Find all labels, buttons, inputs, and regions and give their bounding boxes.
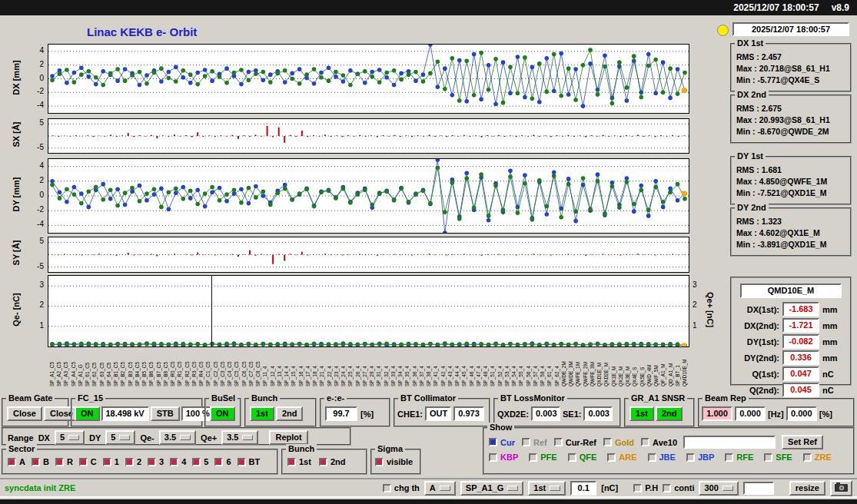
ph-checkbox[interactable]: P.H bbox=[633, 483, 658, 492]
a-checkbox[interactable]: A bbox=[8, 457, 25, 466]
checkbox-box[interactable] bbox=[238, 458, 246, 466]
checkbox-box[interactable] bbox=[375, 458, 384, 466]
jbe-checkbox[interactable]: JBE bbox=[648, 453, 676, 462]
checkbox-box[interactable] bbox=[319, 458, 327, 466]
checkbox-box[interactable] bbox=[32, 458, 40, 466]
5-checkbox[interactable]: 5 bbox=[192, 457, 208, 466]
checkbox-box[interactable] bbox=[603, 438, 612, 446]
fc15-on-button[interactable]: ON bbox=[75, 406, 100, 421]
checkbox-box[interactable] bbox=[803, 453, 812, 462]
bunch-2nd-button[interactable]: 2nd bbox=[276, 406, 304, 421]
bt-checkbox[interactable]: BT bbox=[238, 457, 261, 466]
2-checkbox[interactable]: 2 bbox=[125, 457, 141, 466]
ref-checkbox[interactable]: Ref bbox=[522, 438, 547, 447]
visible-checkbox[interactable]: visible bbox=[375, 457, 413, 466]
3-checkbox[interactable]: 3 bbox=[148, 457, 164, 466]
6-checkbox[interactable]: 6 bbox=[214, 457, 231, 466]
checkbox-box[interactable] bbox=[529, 453, 537, 462]
monitor-select[interactable]: SP_A1_G bbox=[460, 481, 524, 496]
2nd-checkbox[interactable]: 2nd bbox=[319, 457, 346, 466]
kbp-checkbox[interactable]: KBP bbox=[489, 453, 518, 462]
bpm-label: SP_52_4 bbox=[497, 366, 503, 386]
checkbox-box[interactable] bbox=[214, 458, 223, 466]
axis-tick-label: -4 bbox=[37, 101, 44, 110]
bunch-select[interactable]: 1st bbox=[528, 481, 566, 496]
checkbox-box[interactable] bbox=[125, 458, 134, 466]
busel-label: BuSel bbox=[209, 393, 238, 403]
checkbox-box[interactable] bbox=[489, 438, 497, 446]
bpm-label: QX2E_M bbox=[618, 366, 623, 386]
checkbox-box[interactable] bbox=[148, 458, 156, 466]
checkbox-box[interactable] bbox=[489, 453, 497, 462]
conti-checkbox[interactable]: conti bbox=[663, 483, 694, 492]
checkbox-box[interactable] bbox=[383, 484, 391, 492]
checkbox-box[interactable] bbox=[170, 458, 178, 466]
qe-plot bbox=[48, 275, 689, 347]
1st-checkbox[interactable]: 1st bbox=[287, 457, 311, 466]
ave10-checkbox[interactable]: Ave10 bbox=[641, 438, 677, 447]
checkbox-box[interactable] bbox=[641, 438, 649, 446]
gr-1st-button[interactable]: 1st bbox=[629, 406, 654, 421]
option-menu-dash-icon bbox=[119, 435, 130, 440]
range-qe-minus-select[interactable]: 3.5 bbox=[159, 430, 196, 445]
chg-th-checkbox[interactable]: chg th bbox=[383, 483, 420, 492]
checkbox-box[interactable] bbox=[663, 484, 671, 492]
beam-gate-close-1-button[interactable]: Close bbox=[7, 406, 42, 421]
checkbox-box[interactable] bbox=[633, 484, 642, 492]
gold-checkbox[interactable]: Gold bbox=[603, 438, 634, 447]
rfe-checkbox[interactable]: RFE bbox=[725, 453, 753, 462]
checkbox-box[interactable] bbox=[8, 458, 16, 466]
interval-select[interactable]: 300 bbox=[699, 481, 738, 496]
bpm-label: SP_24_4 bbox=[340, 366, 346, 386]
b-checkbox[interactable]: B bbox=[32, 457, 49, 466]
bunch-1st-button[interactable]: 1st bbox=[250, 406, 274, 421]
axis-tick-label: 0 bbox=[39, 191, 44, 200]
fc15-stb-button[interactable]: STB bbox=[151, 406, 180, 421]
checkbox-box[interactable] bbox=[648, 453, 656, 462]
resize-button[interactable]: resize bbox=[789, 481, 825, 496]
bpm-label: QX1E_M bbox=[611, 366, 616, 386]
sector-select[interactable]: A bbox=[424, 481, 456, 496]
checkbox-box[interactable] bbox=[192, 458, 201, 466]
option-menu-dash-icon bbox=[550, 486, 560, 491]
qfe-checkbox[interactable]: QFE bbox=[568, 453, 597, 462]
checkbox-box[interactable] bbox=[686, 453, 695, 462]
checkbox-box[interactable] bbox=[55, 458, 64, 466]
qe-minus-axis-title: Qe- [nC] bbox=[12, 283, 21, 337]
beam-rep-value-2: 0.000 bbox=[735, 406, 766, 421]
range-dy-select[interactable]: 5 bbox=[105, 430, 135, 445]
checkbox-box[interactable] bbox=[79, 458, 88, 466]
bpm-label: QXD2E_M bbox=[603, 363, 609, 386]
checkbox-box[interactable] bbox=[607, 453, 616, 462]
beam-rep-value-3: 0.000 bbox=[786, 406, 817, 421]
busel-on-button[interactable]: ON bbox=[210, 406, 235, 421]
checkbox-box[interactable] bbox=[764, 453, 772, 462]
sfe-checkbox[interactable]: SFE bbox=[764, 453, 792, 462]
range-dx-label: DX bbox=[38, 433, 50, 443]
checkbox-box[interactable] bbox=[103, 458, 111, 466]
pfe-checkbox[interactable]: PFE bbox=[529, 453, 556, 462]
c-checkbox[interactable]: C bbox=[79, 457, 97, 466]
checkbox-box[interactable] bbox=[725, 453, 733, 462]
checkbox-box[interactable] bbox=[287, 458, 296, 466]
range-qe-plus-select[interactable]: 3.5 bbox=[221, 430, 258, 445]
r-checkbox[interactable]: R bbox=[55, 457, 73, 466]
cur-ref-checkbox[interactable]: Cur-Ref bbox=[554, 438, 596, 447]
bpm-label: SP_23_4 bbox=[334, 366, 339, 386]
4-checkbox[interactable]: 4 bbox=[170, 457, 186, 466]
1-checkbox[interactable]: 1 bbox=[103, 457, 119, 466]
zre-checkbox[interactable]: ZRE bbox=[803, 453, 832, 462]
interval-input[interactable] bbox=[743, 482, 774, 495]
ref-file-input[interactable] bbox=[683, 436, 776, 449]
set-ref-button[interactable]: Set Ref bbox=[782, 435, 823, 449]
jbp-checkbox[interactable]: JBP bbox=[686, 453, 714, 462]
gr-2nd-button[interactable]: 2nd bbox=[656, 406, 683, 421]
checkbox-box[interactable] bbox=[554, 438, 563, 446]
are-checkbox[interactable]: ARE bbox=[607, 453, 636, 462]
replot-button[interactable]: Replot bbox=[269, 430, 307, 445]
range-dx-select[interactable]: 5 bbox=[55, 430, 85, 445]
snapshot-button[interactable] bbox=[830, 480, 852, 496]
cur-checkbox[interactable]: Cur bbox=[489, 438, 515, 447]
checkbox-box[interactable] bbox=[568, 453, 576, 462]
checkbox-box[interactable] bbox=[522, 438, 530, 446]
